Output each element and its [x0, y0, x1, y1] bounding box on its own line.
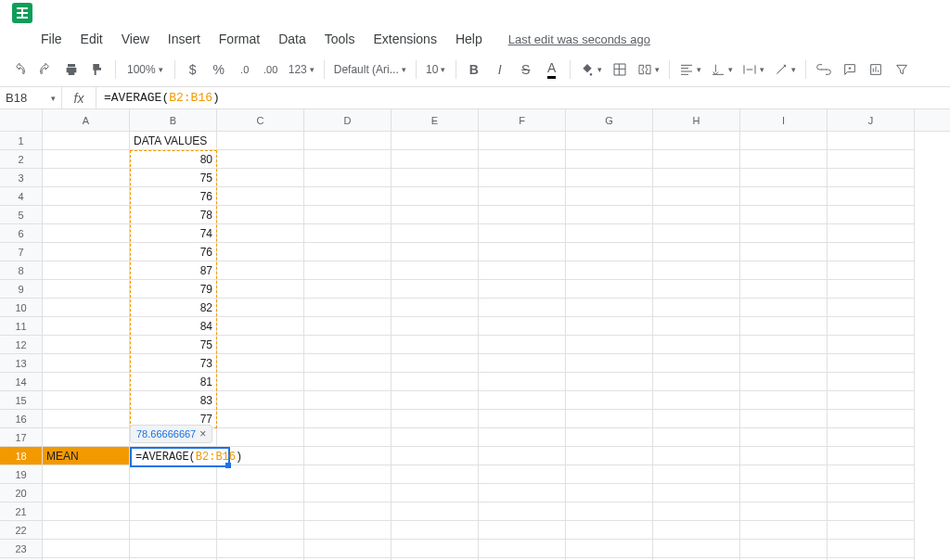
menu-file[interactable]: File	[33, 28, 70, 50]
row-header[interactable]: 3	[0, 169, 43, 187]
row-header[interactable]: 13	[0, 354, 43, 373]
cell[interactable]	[479, 132, 566, 150]
cell[interactable]	[653, 206, 740, 224]
cell[interactable]: 78	[130, 206, 217, 224]
cell[interactable]	[653, 354, 740, 373]
cell[interactable]	[304, 521, 392, 540]
cell[interactable]	[217, 224, 304, 243]
cell[interactable]	[653, 428, 740, 447]
cell[interactable]	[479, 169, 566, 187]
cell[interactable]	[653, 521, 740, 540]
cell[interactable]	[653, 373, 740, 391]
cell[interactable]	[828, 336, 915, 354]
cell[interactable]	[217, 187, 304, 206]
row-header[interactable]: 15	[0, 391, 43, 410]
cell[interactable]	[740, 169, 828, 187]
cell[interactable]	[653, 336, 740, 354]
cell[interactable]	[566, 317, 653, 336]
cell[interactable]	[566, 224, 653, 243]
cell[interactable]	[740, 280, 828, 299]
cell[interactable]	[217, 150, 304, 169]
cell[interactable]	[392, 465, 479, 484]
col-header-D[interactable]: D	[304, 109, 392, 131]
cell[interactable]	[392, 521, 479, 540]
cell[interactable]: 73	[130, 354, 217, 373]
menu-tools[interactable]: Tools	[317, 28, 363, 50]
cell[interactable]	[828, 187, 915, 206]
cell[interactable]	[304, 187, 392, 206]
filter-button[interactable]	[890, 57, 914, 82]
select-all-corner[interactable]	[0, 109, 43, 131]
cell[interactable]	[566, 280, 653, 299]
cell[interactable]	[479, 150, 566, 169]
cell[interactable]	[566, 373, 653, 391]
cell[interactable]	[217, 299, 304, 317]
cell[interactable]	[828, 150, 915, 169]
cell[interactable]	[43, 299, 130, 317]
row-header[interactable]: 14	[0, 373, 43, 391]
cell[interactable]	[566, 150, 653, 169]
cell[interactable]: 75	[130, 336, 217, 354]
cell[interactable]	[392, 373, 479, 391]
cell[interactable]	[304, 391, 392, 410]
cell[interactable]	[392, 317, 479, 336]
cell[interactable]	[653, 132, 740, 150]
cell[interactable]	[304, 484, 392, 503]
row-header[interactable]: 17	[0, 428, 43, 447]
cell[interactable]	[217, 373, 304, 391]
cell[interactable]	[392, 206, 479, 224]
cell[interactable]	[740, 447, 828, 465]
cell[interactable]	[304, 373, 392, 391]
cell[interactable]: 76	[130, 187, 217, 206]
cell[interactable]	[43, 261, 130, 280]
cell[interactable]	[566, 243, 653, 261]
cell[interactable]	[392, 224, 479, 243]
cell[interactable]	[392, 280, 479, 299]
cell[interactable]	[479, 373, 566, 391]
cell[interactable]	[828, 261, 915, 280]
cell[interactable]	[217, 354, 304, 373]
cell[interactable]	[217, 540, 304, 558]
cell[interactable]	[653, 540, 740, 558]
active-cell-editor[interactable]: =AVERAGE(B2:B16)	[130, 447, 230, 467]
italic-button[interactable]: I	[488, 57, 512, 82]
cell[interactable]	[304, 299, 392, 317]
cell[interactable]	[653, 317, 740, 336]
cell[interactable]	[392, 447, 479, 465]
cell[interactable]	[304, 354, 392, 373]
cell[interactable]	[43, 187, 130, 206]
formula-input[interactable]: =AVERAGE(B2:B16)	[96, 91, 950, 105]
cell[interactable]	[740, 317, 828, 336]
decrease-decimal-button[interactable]: .0	[233, 57, 257, 82]
cell[interactable]	[217, 280, 304, 299]
cell[interactable]: MEAN	[43, 447, 130, 465]
cell[interactable]	[653, 503, 740, 521]
cell[interactable]	[653, 261, 740, 280]
row-header[interactable]: 22	[0, 521, 43, 540]
cell[interactable]	[43, 465, 130, 484]
row-header[interactable]: 4	[0, 187, 43, 206]
cell[interactable]	[304, 169, 392, 187]
cell[interactable]	[217, 261, 304, 280]
strikethrough-button[interactable]: S	[514, 57, 538, 82]
cell[interactable]	[566, 354, 653, 373]
cell[interactable]	[43, 224, 130, 243]
menu-insert[interactable]: Insert	[160, 28, 208, 50]
col-header-G[interactable]: G	[566, 109, 653, 131]
cell[interactable]	[43, 521, 130, 540]
increase-decimal-button[interactable]: .00	[259, 57, 283, 82]
cell[interactable]	[130, 484, 217, 503]
cell[interactable]	[304, 280, 392, 299]
cell[interactable]	[217, 391, 304, 410]
col-header-H[interactable]: H	[653, 109, 740, 131]
cell[interactable]: 75	[130, 169, 217, 187]
cell[interactable]	[392, 428, 479, 447]
cell[interactable]	[304, 428, 392, 447]
col-header-A[interactable]: A	[43, 109, 130, 131]
cell[interactable]	[828, 391, 915, 410]
cell[interactable]	[566, 169, 653, 187]
row-header[interactable]: 1	[0, 132, 43, 150]
wrap-button[interactable]	[738, 57, 768, 82]
cell[interactable]	[479, 503, 566, 521]
row-header[interactable]: 7	[0, 243, 43, 261]
